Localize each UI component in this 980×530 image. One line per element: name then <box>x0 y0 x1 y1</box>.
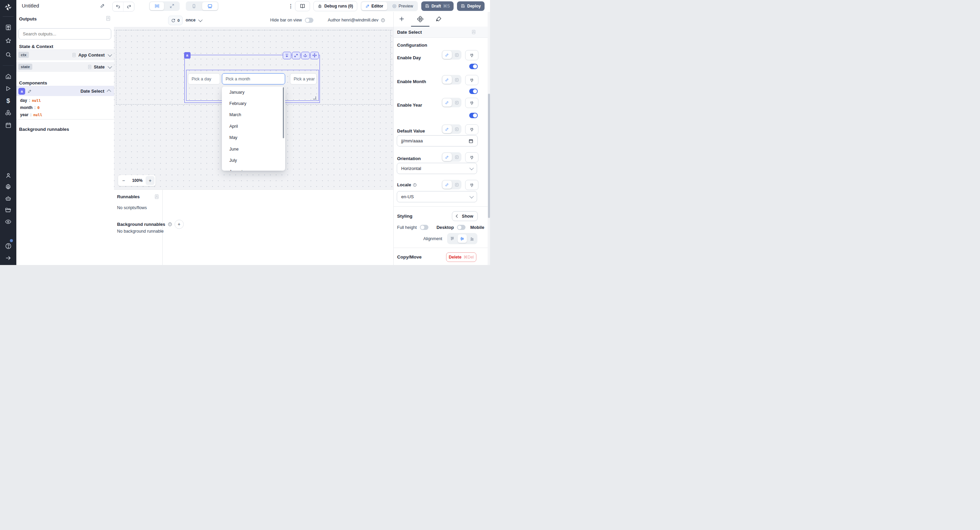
align-center-icon[interactable] <box>458 234 467 243</box>
component-id-tag[interactable]: a <box>184 52 191 59</box>
desktop-toggle[interactable] <box>457 225 466 230</box>
component-row-selected[interactable]: a Date Select <box>16 86 114 96</box>
connect-plug-icon[interactable] <box>465 125 479 134</box>
function-mode-icon[interactable] <box>453 99 461 107</box>
function-mode-icon[interactable] <box>453 76 461 84</box>
year-select-input[interactable]: Pick a year <box>290 73 317 85</box>
tab-preview[interactable]: Preview <box>388 2 417 10</box>
connect-plug-icon[interactable] <box>465 75 479 85</box>
undo-button[interactable] <box>113 2 124 11</box>
panel-scrollbar-track[interactable] <box>488 12 490 265</box>
schedule-mode-dropdown[interactable]: once <box>183 16 202 24</box>
redo-button[interactable] <box>124 2 134 11</box>
add-background-runnable-button[interactable]: + <box>175 220 184 229</box>
month-option[interactable]: January <box>222 86 285 98</box>
move-handle-icon[interactable] <box>310 52 319 59</box>
anchor-handle-icon[interactable] <box>301 52 310 59</box>
fullwidth-layout-button[interactable] <box>165 2 179 10</box>
delete-component-button[interactable]: Delete ⌘Del <box>446 252 476 262</box>
month-option[interactable]: April <box>222 121 285 132</box>
app-canvas[interactable]: a Pick a day Pick a month Pick a <box>114 27 394 189</box>
expand-down-handle-icon[interactable] <box>283 52 291 59</box>
edit-title-pencil-icon[interactable] <box>100 3 105 8</box>
deploy-button[interactable]: Deploy <box>457 2 485 11</box>
enable-day-toggle[interactable] <box>469 64 478 69</box>
runs-play-icon[interactable] <box>0 83 16 94</box>
align-bottom-icon[interactable] <box>468 234 477 243</box>
tab-component-settings-icon[interactable] <box>417 16 423 22</box>
connect-plug-icon[interactable] <box>465 152 479 163</box>
month-option[interactable]: June <box>222 144 285 155</box>
component-edit-pencil-icon[interactable] <box>27 89 32 93</box>
orientation-select[interactable]: Horizontal <box>397 163 477 174</box>
tab-editor[interactable]: Editor <box>361 2 388 10</box>
windmill-logo-icon[interactable] <box>0 2 16 13</box>
month-option[interactable]: February <box>222 98 285 109</box>
workspace-icon[interactable] <box>0 21 16 33</box>
connect-plug-icon[interactable] <box>465 50 479 60</box>
ctx-chevron-down-icon[interactable] <box>108 52 112 57</box>
kebab-menu-icon[interactable]: ⋮ <box>288 5 292 8</box>
help-icon[interactable] <box>0 240 16 252</box>
schedules-calendar-icon[interactable] <box>0 119 16 131</box>
settings-panel-icon[interactable] <box>472 29 476 35</box>
enable-year-toggle[interactable] <box>469 113 478 118</box>
collapse-arrow-icon[interactable] <box>0 252 16 263</box>
refresh-count-button[interactable]: 0 <box>168 16 183 25</box>
enable-month-toggle[interactable] <box>469 89 478 94</box>
locale-select[interactable]: en-US <box>397 191 477 202</box>
state-chevron-down-icon[interactable] <box>108 64 112 69</box>
background-runnables-info-icon[interactable] <box>168 222 172 227</box>
function-mode-icon[interactable] <box>453 51 461 59</box>
search-outputs-input[interactable] <box>18 28 111 40</box>
app-title[interactable]: Untitled <box>22 3 39 8</box>
month-option[interactable]: May <box>222 132 285 144</box>
static-edit-pencil-icon[interactable] <box>442 99 452 107</box>
users-person-icon[interactable] <box>0 170 16 181</box>
month-select-input[interactable]: Pick a month <box>222 73 285 85</box>
function-mode-icon[interactable] <box>453 180 461 189</box>
state-row[interactable]: state State <box>16 61 114 72</box>
runnables-panel-icon[interactable] <box>154 194 159 200</box>
full-height-toggle[interactable] <box>420 225 428 230</box>
static-edit-pencil-icon[interactable] <box>442 125 452 133</box>
resources-cubes-icon[interactable] <box>0 107 16 118</box>
home-icon[interactable] <box>0 70 16 82</box>
static-edit-pencil-icon[interactable] <box>442 76 452 84</box>
connect-plug-icon[interactable] <box>465 180 479 190</box>
function-mode-icon[interactable] <box>453 153 461 161</box>
static-edit-pencil-icon[interactable] <box>442 153 452 161</box>
docs-book-button[interactable] <box>295 1 310 11</box>
locale-info-icon[interactable] <box>413 183 417 187</box>
static-edit-pencil-icon[interactable] <box>442 51 452 59</box>
component-chevron-up-icon[interactable] <box>107 89 111 94</box>
fullscreen-handle-icon[interactable] <box>292 52 301 59</box>
connect-plug-icon[interactable] <box>465 98 479 108</box>
static-edit-pencil-icon[interactable] <box>442 180 452 189</box>
hide-bar-toggle[interactable] <box>305 18 313 23</box>
tab-styling-brush-icon[interactable] <box>436 16 442 22</box>
workers-robot-icon[interactable] <box>0 193 16 204</box>
audit-eye-icon[interactable] <box>0 216 16 228</box>
draft-save-button[interactable]: Draft ⌘S <box>421 2 453 11</box>
zoom-in-button[interactable]: + <box>146 176 154 185</box>
search-icon[interactable] <box>0 49 16 60</box>
default-value-date-input[interactable]: jj/mm/aaaa <box>397 135 478 147</box>
month-option[interactable]: July <box>222 155 285 166</box>
desktop-view-button[interactable] <box>202 2 218 10</box>
folders-icon[interactable] <box>0 204 16 216</box>
author-info-icon[interactable] <box>381 18 385 22</box>
align-top-icon[interactable] <box>448 234 457 243</box>
function-mode-icon[interactable] <box>453 125 461 133</box>
settings-gear-icon[interactable] <box>0 181 16 193</box>
styling-show-button[interactable]: Show <box>452 211 478 221</box>
tab-add-component-icon[interactable] <box>399 16 404 22</box>
variables-dollar-icon[interactable]: $ <box>0 95 16 107</box>
month-option[interactable]: August <box>222 166 285 171</box>
dropdown-scrollbar[interactable] <box>283 87 285 138</box>
zoom-out-button[interactable]: − <box>118 178 129 183</box>
centered-layout-button[interactable] <box>150 2 164 10</box>
resize-corner-handle[interactable] <box>313 96 316 99</box>
day-select-input[interactable]: Pick a day <box>188 73 220 85</box>
panel-scrollbar-thumb[interactable] <box>488 94 490 218</box>
